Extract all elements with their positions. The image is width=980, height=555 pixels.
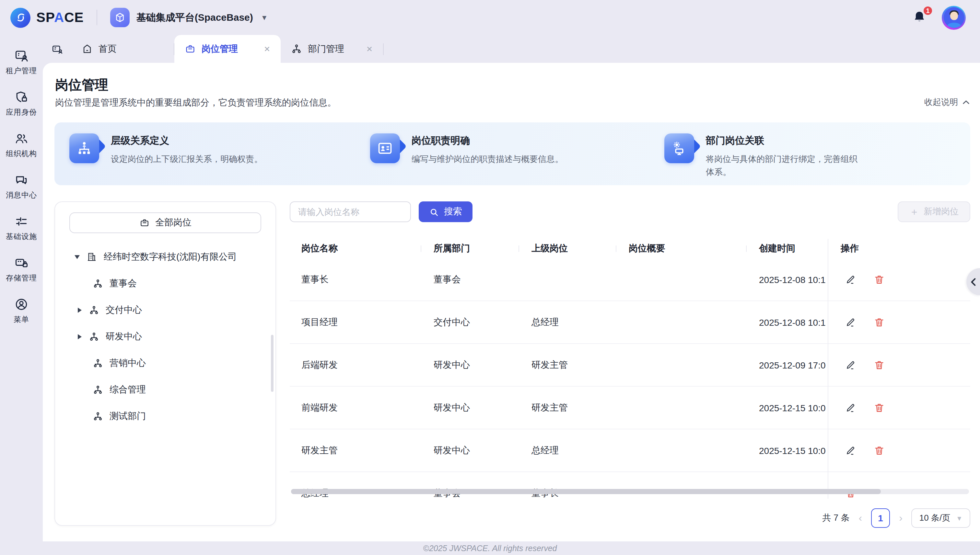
app-switcher[interactable]: 基础集成平台(SpaceBase) ▼ <box>111 8 268 27</box>
col-header-department: 所属部门 <box>421 243 518 255</box>
next-page-icon[interactable]: › <box>899 513 903 523</box>
edit-icon[interactable] <box>845 359 856 371</box>
sidebar-item-tenant[interactable]: 租户管理 <box>0 42 43 83</box>
sidebar: 租户管理 应用身份 组织机构 消息中心 <box>0 35 43 555</box>
tab-departments[interactable]: 部门管理 ✕ <box>281 35 383 63</box>
pagination: 共 7 条 ‹ 1 › 10 条/页 ▼ <box>822 508 970 528</box>
table-row[interactable]: 项目经理 交付中心 总经理 2025-12-08 10:1 <box>290 301 970 344</box>
app-cube-icon <box>111 8 130 27</box>
table-row[interactable]: 研发主管 研发中心 总经理 2025-12-15 10:0 <box>290 429 970 472</box>
tree-scrollbar[interactable] <box>271 335 274 392</box>
tree-node-board[interactable]: 董事会 <box>55 270 275 297</box>
app-root: SPACE 基础集成平台(SpaceBase) ▼ 1 <box>0 0 980 555</box>
delete-icon[interactable] <box>874 274 885 285</box>
hierarchy-icon <box>69 133 99 163</box>
page-size-select[interactable]: 10 条/页 ▼ <box>912 508 970 528</box>
table-body: 董事长 董事会 2025-12-08 10:1 <box>290 258 970 499</box>
sidebar-item-organization[interactable]: 组织机构 <box>0 124 43 166</box>
page-title: 岗位管理 <box>55 76 108 94</box>
tree-node-marketing[interactable]: 营销中心 <box>55 350 275 376</box>
table-row[interactable]: 前端研发 研发中心 研发主管 2025-12-15 10:0 <box>290 387 970 429</box>
tab-positions[interactable]: 岗位管理 ✕ <box>174 35 281 63</box>
close-icon[interactable]: ✕ <box>366 44 373 53</box>
tenant-card-icon <box>14 48 29 63</box>
page-description: 岗位管理是管理系统中的重要组成部分，它负责管理系统的岗位信息。 <box>55 97 336 109</box>
id-card-icon <box>370 133 400 163</box>
tab-home[interactable]: 首页 <box>71 35 174 63</box>
col-header-actions: 操作 <box>828 243 970 255</box>
sidebar-item-storage[interactable]: 存储管理 <box>0 249 43 290</box>
search-input[interactable] <box>290 201 411 222</box>
home-icon <box>82 43 93 55</box>
feature-card-duties: 岗位职责明确 编写与维护岗位的职责描述与概要信息。 <box>370 133 563 166</box>
tree-node-company[interactable]: 经纬时空数字科技(沈阳)有限公司 <box>55 244 275 270</box>
tree-node-admin[interactable]: 综合管理 <box>55 376 275 403</box>
app-name: 基础集成平台(SpaceBase) <box>137 11 253 24</box>
gear-person-icon <box>665 133 694 163</box>
org-chart-icon <box>93 384 103 395</box>
chevron-up-icon <box>962 100 970 105</box>
edit-icon[interactable] <box>845 274 856 285</box>
col-header-parent: 上级岗位 <box>518 243 616 255</box>
tab-separator <box>383 43 384 55</box>
close-icon[interactable]: ✕ <box>264 44 270 53</box>
tabs-panel-icon[interactable] <box>43 35 71 63</box>
col-header-summary: 岗位概要 <box>616 243 746 255</box>
edit-icon[interactable] <box>845 445 856 456</box>
add-position-button[interactable]: ＋ 新增岗位 <box>898 201 970 222</box>
notification-badge: 1 <box>922 5 933 16</box>
table-row[interactable]: 后端研发 研发中心 研发主管 2025-12-09 17:0 <box>290 344 970 387</box>
chevron-down-icon: ▼ <box>261 14 268 21</box>
user-circle-icon <box>14 297 29 311</box>
table-row[interactable]: 董事长 董事会 2025-12-08 10:1 <box>290 258 970 301</box>
pagination-total: 共 7 条 <box>822 512 850 524</box>
footer-copyright: ©2025 JWSPACE. All rights reserved <box>0 541 980 555</box>
chevron-down-icon: ▼ <box>956 515 962 522</box>
org-tree: 经纬时空数字科技(沈阳)有限公司 董事会 <box>55 244 275 429</box>
space-logo-icon <box>10 8 31 27</box>
tabstrip: 首页 岗位管理 ✕ 部门管理 ✕ <box>43 35 980 63</box>
search-button[interactable]: 搜索 <box>419 201 473 222</box>
caret-right-icon[interactable] <box>78 334 82 339</box>
main-content: 岗位管理 岗位管理是管理系统中的重要组成部分，它负责管理系统的岗位信息。 收起说… <box>43 63 980 541</box>
all-positions-button[interactable]: 全部岗位 <box>69 212 261 233</box>
search-icon <box>429 207 439 217</box>
fixed-column-border <box>828 239 828 499</box>
plus-icon: ＋ <box>909 205 919 218</box>
table-row-partial[interactable]: 总经理 董事会 董事长 <box>290 472 970 499</box>
topbar-divider <box>97 10 98 25</box>
prev-page-icon[interactable]: ‹ <box>859 513 863 523</box>
chat-bubbles-icon <box>14 173 29 187</box>
notification-bell[interactable]: 1 <box>912 10 927 25</box>
avatar[interactable] <box>942 5 966 29</box>
delete-icon[interactable] <box>874 445 885 456</box>
feature-card-department-link: 部门岗位关联 将岗位与具体的部门进行绑定，完善组织体系。 <box>665 133 860 179</box>
edit-icon[interactable] <box>845 402 856 413</box>
tree-node-rnd[interactable]: 研发中心 <box>55 323 275 350</box>
positions-table-area: 搜索 ＋ 新增岗位 岗位名称 所属部门 上级岗位 岗位概要 创建时间 操作 董事… <box>290 201 970 538</box>
shield-lock-icon <box>14 90 29 104</box>
caret-right-icon[interactable] <box>78 307 82 313</box>
col-header-created: 创建时间 <box>746 243 828 255</box>
edit-icon[interactable] <box>845 317 856 328</box>
tree-node-testing[interactable]: 测试部门 <box>55 403 275 429</box>
sidebar-item-identity[interactable]: 应用身份 <box>0 83 43 124</box>
sidebar-item-infrastructure[interactable]: 基础设施 <box>0 207 43 249</box>
caret-down-icon[interactable] <box>74 255 80 259</box>
delete-icon[interactable] <box>874 317 885 328</box>
collapse-note-link[interactable]: 收起说明 <box>924 96 970 108</box>
department-tree-panel: 全部岗位 经纬时空数字科技(沈阳)有限公司 <box>55 201 276 526</box>
sidebar-item-menu[interactable]: 菜单 <box>0 290 43 332</box>
scrollbar-thumb[interactable] <box>291 489 881 494</box>
delete-icon[interactable] <box>874 359 885 371</box>
horizontal-scrollbar[interactable] <box>291 489 969 494</box>
feature-card-hierarchy: 层级关系定义 设定岗位的上下级汇报关系，明确权责。 <box>69 133 262 166</box>
page-number[interactable]: 1 <box>871 508 890 528</box>
briefcase-icon <box>139 218 150 228</box>
users-icon <box>14 132 29 146</box>
org-chart-icon <box>291 43 302 55</box>
org-chart-icon <box>93 358 103 368</box>
delete-icon[interactable] <box>874 402 885 413</box>
tree-node-delivery[interactable]: 交付中心 <box>55 297 275 323</box>
sidebar-item-messages[interactable]: 消息中心 <box>0 166 43 207</box>
